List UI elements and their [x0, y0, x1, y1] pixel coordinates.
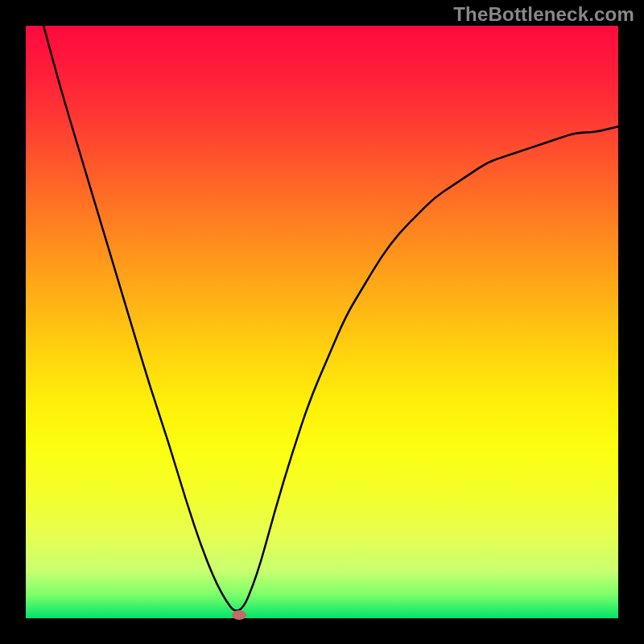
curve-path [43, 26, 618, 611]
minimum-marker [232, 610, 246, 620]
chart-frame: TheBottleneck.com [0, 0, 644, 644]
watermark-text: TheBottleneck.com [453, 3, 634, 26]
plot-area [26, 26, 618, 618]
bottleneck-curve [26, 26, 618, 618]
